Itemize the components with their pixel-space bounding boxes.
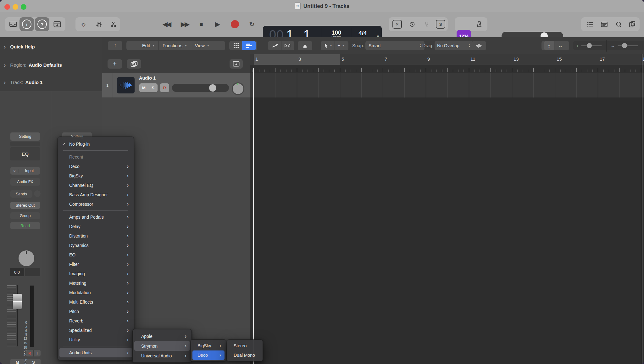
add-track-button[interactable]: + [108,59,122,69]
track-pan-knob[interactable] [232,82,244,95]
solo-mode-button[interactable]: S [434,17,447,31]
track-solo-button[interactable]: S [148,83,158,92]
pan-knob[interactable] [17,249,36,267]
quick-help-header[interactable]: › Quick Help [0,37,102,57]
snap-select[interactable]: Smart ▲▼ [365,41,425,50]
hide-toolbar-button[interactable]: ↑ [108,41,122,50]
autopunch-button[interactable]: ✕ [391,17,404,31]
crossfade-button[interactable] [281,41,293,50]
metronome-button[interactable] [472,17,486,31]
track-view-button[interactable] [242,41,256,50]
plugin-menu-item[interactable]: Compressor [59,199,132,209]
note-pads-button[interactable] [597,17,611,31]
strymon-menu-item[interactable]: Deco [192,350,225,360]
plugin-menu-item[interactable]: Bass Amp Designer [59,190,132,199]
plugin-menu-item[interactable]: BigSky [59,171,132,181]
plugin-menu-item[interactable]: Dynamics [59,241,132,250]
tuner-button[interactable] [420,17,433,31]
rewind-button[interactable]: ◀◀ [157,17,175,31]
volume-value-field[interactable] [25,268,40,276]
media-browser-button[interactable] [626,17,639,31]
waveform-zoom-button[interactable] [472,41,486,50]
volume-slider-knob[interactable] [209,84,216,92]
plugin-menu-item[interactable]: Specialized [59,326,132,335]
vendor-menu-item[interactable]: Apple [134,331,190,341]
slider-knob[interactable] [622,43,627,48]
inspector-toggle-button[interactable]: i [19,17,34,31]
plugin-menu-item[interactable]: Distortion [59,231,132,241]
smart-controls-button[interactable]: ☼ [77,17,90,31]
format-menu-item[interactable]: Dual Mono [229,350,261,360]
record-enable-button[interactable]: R [26,350,34,356]
strymon-menu-item[interactable]: BigSky [192,341,225,350]
mixer-button[interactable] [92,17,105,31]
plugin-menu-item[interactable]: No Plug-in [59,139,132,149]
drag-select[interactable]: No Overlap ▲▼ [435,41,473,50]
input-monitoring-button[interactable]: I [34,350,41,356]
track-volume-slider[interactable] [172,84,229,92]
playhead-line[interactable] [253,68,254,364]
strip-group-button[interactable]: Group [10,212,40,219]
grid-view-button[interactable] [230,41,242,50]
plugin-menu-item[interactable]: EQ [59,250,132,260]
plugin-menu-item[interactable]: Reverb [59,316,132,326]
loop-browser-button[interactable] [612,17,625,31]
strip-gain-slot[interactable] [10,142,40,146]
automation-button[interactable] [269,41,281,50]
forward-button[interactable]: ▶▶ [175,17,194,31]
track-row-audio-1[interactable]: 1 Audio 1 M S R [102,73,250,98]
track-record-button[interactable]: R [160,83,169,92]
plugin-menu-item[interactable]: Deco [59,162,132,171]
plugin-menu-item[interactable]: Amps and Pedals [59,212,132,222]
library-button[interactable] [6,17,20,31]
track-lane-audio-1[interactable] [250,73,644,98]
plugin-menu-item[interactable]: Audio Units [59,348,132,357]
scrollbar-edge[interactable] [642,54,642,364]
editors-button[interactable] [107,17,119,31]
strip-output-button[interactable]: Stereo Out [10,202,40,209]
plugin-menu-item[interactable]: Delay [59,222,132,231]
strip-audio-fx-button[interactable]: Audio FX [10,178,40,186]
left-click-tool-menu[interactable]: ▼ [322,41,335,50]
cycle-zone[interactable] [254,54,340,65]
strip-mute-button[interactable]: M [10,359,25,364]
track-inspector-header[interactable]: › Track: Audio 1 [0,74,102,91]
command-click-tool-menu[interactable]: + ▼ [335,41,347,50]
horizontal-auto-zoom-button[interactable]: ↔ [554,41,567,50]
beat-ruler[interactable] [250,65,644,73]
view-menu[interactable]: View▼ [191,41,213,50]
quick-help-toggle-button[interactable]: ? [35,17,49,31]
plugin-menu-item[interactable]: Pitch [59,307,132,316]
plugin-menu-item[interactable]: Multi Effects [59,297,132,307]
format-menu-item[interactable]: Stereo [229,341,261,350]
play-button[interactable]: ▶ [210,17,225,31]
strip-setting-button[interactable]: Setting [10,132,40,141]
strip-solo-button[interactable]: S [26,359,41,364]
vendor-menu-item[interactable]: Universal Audio [134,351,190,361]
slider-knob[interactable] [587,43,592,48]
skip-cycle-button[interactable] [405,17,419,31]
list-editors-button[interactable] [583,17,596,31]
duplicate-track-button[interactable] [127,59,141,69]
stop-button[interactable]: ■ [194,17,209,31]
strip-sends-button[interactable]: Sends [10,190,32,198]
send-knob[interactable] [34,190,41,197]
vertical-auto-zoom-button[interactable]: ↕ [544,41,554,50]
split-button[interactable] [298,41,312,50]
track-name[interactable]: Audio 1 [139,76,156,81]
vertical-zoom-slider[interactable] [581,45,602,46]
region-inspector-header[interactable]: › Region: Audio Defaults [0,56,102,74]
pan-value-field[interactable]: 0.0 [10,268,24,276]
plugin-menu-item[interactable]: Imaging [59,269,132,278]
horizontal-zoom-slider[interactable] [618,45,638,46]
fader-cap[interactable] [13,294,22,309]
edit-menu[interactable]: Edit▼ [138,41,158,50]
plugin-menu-item[interactable]: Filter [59,260,132,269]
track-header-options-button[interactable] [230,59,243,69]
strip-eq-button[interactable]: EQ [10,147,40,160]
bar-ruler[interactable]: 135791113151719 [250,54,644,65]
strip-input-button[interactable]: ○ Input [10,167,40,175]
toolbar-toggle-button[interactable] [50,17,64,31]
plugin-menu-item[interactable]: Utility [59,335,132,344]
plugin-menu-item[interactable]: Metering [59,278,132,288]
